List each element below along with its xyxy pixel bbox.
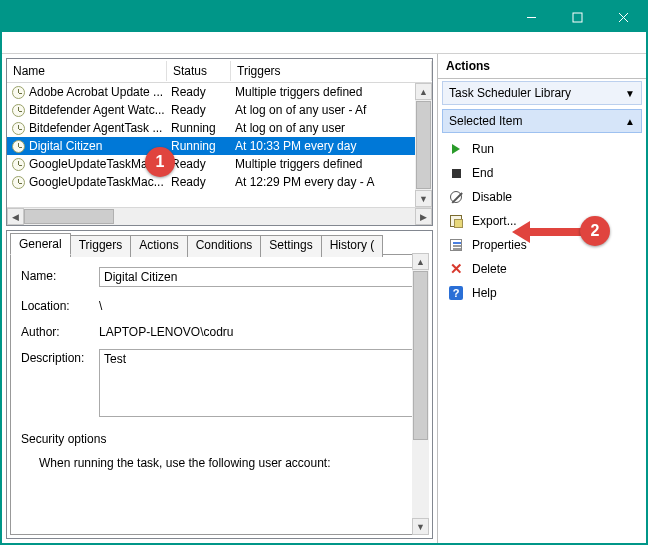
task-triggers: At log on of any user - Af bbox=[235, 103, 432, 117]
detail-vertical-scrollbar[interactable]: ▲▼ bbox=[412, 253, 429, 535]
task-triggers: At 10:33 PM every day bbox=[235, 139, 432, 153]
annotation-callout-2: 2 bbox=[580, 216, 610, 246]
description-field[interactable]: Test bbox=[99, 349, 418, 417]
task-name: Adobe Acrobat Update ... bbox=[29, 85, 171, 99]
task-row[interactable]: Adobe Acrobat Update ...ReadyMultiple tr… bbox=[7, 83, 432, 101]
task-row[interactable]: Digital CitizenRunningAt 10:33 PM every … bbox=[7, 137, 432, 155]
svg-rect-1 bbox=[573, 13, 582, 22]
task-triggers: Multiple triggers defined bbox=[235, 85, 432, 99]
section-label: Selected Item bbox=[449, 114, 522, 128]
value-author: LAPTOP-LENOVO\codru bbox=[99, 323, 234, 339]
tab-settings[interactable]: Settings bbox=[260, 235, 321, 257]
action-properties[interactable]: Properties bbox=[442, 233, 642, 257]
help-icon: ? bbox=[448, 285, 464, 301]
task-status: Ready bbox=[171, 103, 235, 117]
clock-icon bbox=[11, 157, 25, 171]
task-row[interactable]: Bitdefender Agent Watc...ReadyAt log on … bbox=[7, 101, 432, 119]
clock-icon bbox=[11, 103, 25, 117]
label-author: Author: bbox=[21, 323, 99, 339]
task-triggers: Multiple triggers defined bbox=[235, 157, 432, 171]
task-detail-panel: GeneralTriggersActionsConditionsSettings… bbox=[6, 230, 433, 539]
tab-history-[interactable]: History ( bbox=[321, 235, 384, 257]
task-status: Running bbox=[171, 121, 235, 135]
value-location: \ bbox=[99, 297, 102, 313]
export-icon bbox=[448, 213, 464, 229]
task-list-panel: Name Status Triggers Adobe Acrobat Updat… bbox=[6, 58, 433, 226]
task-status: Ready bbox=[171, 85, 235, 99]
clock-icon bbox=[11, 175, 25, 189]
collapse-icon: ▲ bbox=[625, 116, 635, 127]
task-status: Running bbox=[171, 139, 235, 153]
clock-icon bbox=[11, 139, 25, 153]
menu-bar bbox=[2, 32, 646, 54]
task-name: GoogleUpdateTaskMac... bbox=[29, 175, 171, 189]
collapse-icon: ▼ bbox=[625, 88, 635, 99]
actions-panel-title: Actions bbox=[438, 54, 646, 79]
task-status: Ready bbox=[171, 175, 235, 189]
label-name: Name: bbox=[21, 267, 99, 283]
column-header-status[interactable]: Status bbox=[167, 61, 231, 81]
actions-panel: Actions Task Scheduler Library ▼ Selecte… bbox=[437, 54, 646, 543]
label-location: Location: bbox=[21, 297, 99, 313]
name-field[interactable] bbox=[99, 267, 418, 287]
task-row[interactable]: GoogleUpdateTaskMac...ReadyAt 12:29 PM e… bbox=[7, 173, 432, 191]
tab-page-general: Name: Location: \ Author: LAPTOP-LENOVO\… bbox=[10, 254, 429, 535]
label-description: Description: bbox=[21, 349, 99, 365]
tab-general[interactable]: General bbox=[10, 233, 71, 255]
action-delete[interactable]: ✕ Delete bbox=[442, 257, 642, 281]
task-list-vertical-scrollbar[interactable]: ▲▼ bbox=[415, 83, 432, 207]
security-options-text: When running the task, use the following… bbox=[39, 456, 418, 470]
play-icon bbox=[448, 141, 464, 157]
section-label: Task Scheduler Library bbox=[449, 86, 571, 100]
task-status: Ready bbox=[171, 157, 235, 171]
action-run[interactable]: Run bbox=[442, 137, 642, 161]
task-row[interactable]: Bitdefender AgentTask ...RunningAt log o… bbox=[7, 119, 432, 137]
maximize-button[interactable] bbox=[554, 2, 600, 32]
action-end[interactable]: End bbox=[442, 161, 642, 185]
column-header-triggers[interactable]: Triggers bbox=[231, 61, 432, 81]
stop-icon bbox=[448, 165, 464, 181]
action-disable[interactable]: Disable bbox=[442, 185, 642, 209]
task-triggers: At log on of any user bbox=[235, 121, 432, 135]
annotation-arrow bbox=[528, 228, 583, 236]
action-help[interactable]: ? Help bbox=[442, 281, 642, 305]
tab-triggers[interactable]: Triggers bbox=[70, 235, 132, 257]
tab-conditions[interactable]: Conditions bbox=[187, 235, 262, 257]
task-name: Bitdefender AgentTask ... bbox=[29, 121, 171, 135]
clock-icon bbox=[11, 85, 25, 99]
delete-icon: ✕ bbox=[448, 261, 464, 277]
column-header-name[interactable]: Name bbox=[7, 61, 167, 81]
task-triggers: At 12:29 PM every day - A bbox=[235, 175, 432, 189]
tab-actions[interactable]: Actions bbox=[130, 235, 187, 257]
task-row[interactable]: GoogleUpdateTaskMac...ReadyMultiple trig… bbox=[7, 155, 432, 173]
minimize-button[interactable] bbox=[508, 2, 554, 32]
task-name: Bitdefender Agent Watc... bbox=[29, 103, 171, 117]
disable-icon bbox=[448, 189, 464, 205]
clock-icon bbox=[11, 121, 25, 135]
section-selected-item[interactable]: Selected Item ▲ bbox=[442, 109, 642, 133]
section-task-scheduler-library[interactable]: Task Scheduler Library ▼ bbox=[442, 81, 642, 105]
annotation-callout-1: 1 bbox=[145, 147, 175, 177]
task-list-header: Name Status Triggers bbox=[7, 59, 432, 83]
window-titlebar bbox=[2, 2, 646, 32]
close-button[interactable] bbox=[600, 2, 646, 32]
task-list-horizontal-scrollbar[interactable]: ◀▶ bbox=[7, 207, 432, 225]
security-options-header: Security options bbox=[21, 432, 418, 446]
properties-icon bbox=[448, 237, 464, 253]
